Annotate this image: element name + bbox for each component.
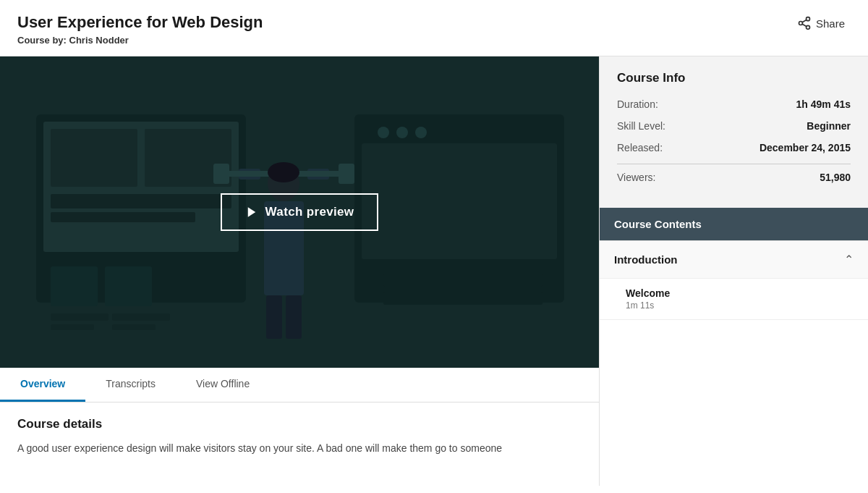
svg-line-3 [802,24,807,26]
course-details-text: A good user experience design will make … [17,440,582,456]
video-item-welcome[interactable]: Welcome 1m 11s [600,279,868,320]
course-contents-header: Course Contents [600,208,868,240]
svg-marker-36 [247,208,255,218]
duration-label: Duration: [617,98,658,110]
share-button[interactable]: Share [791,13,851,33]
main-layout: Watch preview Overview Transcripts View … [0,56,868,486]
duration-value: 1h 49m 41s [796,98,851,110]
course-contents-label: Course Contents [614,218,702,230]
course-details-section: Course details A good user experience de… [0,403,599,471]
course-info-title: Course Info [617,71,851,85]
share-icon [797,16,812,30]
author-name: Chris Nodder [69,35,129,46]
video-item-duration: 1m 11s [626,300,854,311]
svg-line-4 [802,20,807,22]
course-details-title: Course details [17,417,582,431]
page-header: User Experience for Web Design Course by… [0,0,868,56]
watch-preview-label: Watch preview [265,205,354,219]
released-label: Released: [617,142,663,153]
right-panel: Course Info Duration: 1h 49m 41s Skill L… [599,56,868,486]
tabs-bar: Overview Transcripts View Offline [0,368,599,403]
tab-overview[interactable]: Overview [0,368,85,402]
viewers-value: 51,980 [820,172,851,183]
viewers-label: Viewers: [617,172,655,183]
video-area: Watch preview [0,56,599,368]
course-info-section: Course Info Duration: 1h 49m 41s Skill L… [600,56,868,208]
watch-preview-button[interactable]: Watch preview [221,193,379,231]
tab-view-offline[interactable]: View Offline [176,368,270,402]
introduction-row[interactable]: Introduction ⌃ [600,241,868,279]
course-by-label: Course by: [17,35,67,46]
released-value: December 24, 2015 [760,142,851,153]
skill-label: Skill Level: [617,120,665,132]
tab-transcripts[interactable]: Transcripts [85,368,176,402]
info-row-viewers: Viewers: 51,980 [617,172,851,183]
play-icon [245,206,258,219]
introduction-section: Introduction ⌃ Welcome 1m 11s [600,240,868,320]
info-row-duration: Duration: 1h 49m 41s [617,98,851,110]
course-by: Course by: Chris Nodder [17,35,263,46]
info-row-released: Released: December 24, 2015 [617,142,851,153]
share-label: Share [816,17,845,30]
chevron-up-icon: ⌃ [844,253,854,266]
introduction-label: Introduction [614,253,677,266]
left-panel: Watch preview Overview Transcripts View … [0,56,599,486]
course-title: User Experience for Web Design [17,13,263,32]
skill-value: Beginner [807,120,851,132]
info-divider [617,164,851,164]
info-row-skill: Skill Level: Beginner [617,120,851,132]
course-title-block: User Experience for Web Design Course by… [17,13,263,46]
video-item-title: Welcome [626,287,854,299]
